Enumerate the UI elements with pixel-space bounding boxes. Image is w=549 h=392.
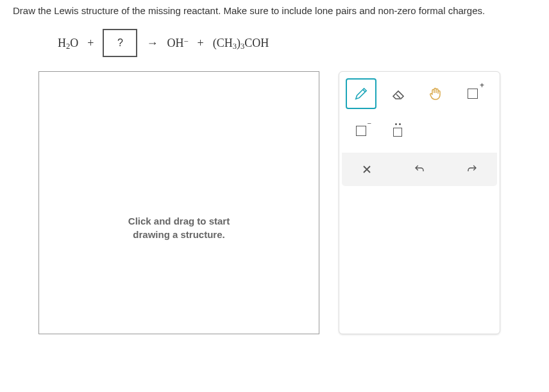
pencil-icon [354,87,368,101]
clear-button[interactable] [346,157,388,182]
main-area: Click and drag to start drawing a struct… [38,71,536,334]
redo-button[interactable] [451,157,493,182]
hand-icon [428,86,443,101]
tool-row-1 [346,78,493,109]
undo-button[interactable] [398,157,441,182]
formula-sub: 3 [241,42,244,51]
reaction-arrow: → [146,37,158,50]
canvas-hint-line: drawing a structure. [39,228,319,241]
hand-tool[interactable] [420,78,451,109]
product-ch3-3coh: (CH 3 ) 3 COH [213,37,269,50]
reactant-h2o: H 2 O [58,37,78,50]
canvas-hint-line: Click and drag to start [39,214,319,228]
toolbar [339,71,500,334]
formula-part: OH [167,37,183,50]
unknown-reactant-box[interactable]: ? [103,29,137,57]
eraser-icon [391,86,406,101]
formula-part: (CH [213,37,233,50]
plus-sign: + [198,37,204,50]
tool-row-2 [346,115,493,146]
instruction-text: Draw the Lewis structure of the missing … [13,5,536,16]
lone-pair-icon [393,125,404,137]
charge-minus-icon [356,126,366,136]
charge-minus-tool[interactable] [346,115,376,146]
formula-part: COH [244,37,269,50]
formula-sub: 3 [233,42,237,51]
eraser-tool[interactable] [383,78,414,109]
tool-row-actions [342,153,497,186]
charge-plus-icon [468,89,478,99]
clear-icon [362,164,372,175]
formula-part: H [58,37,66,50]
formula-sup: − [183,37,188,47]
formula-part: O [70,37,78,50]
unknown-label: ? [117,37,123,49]
plus-sign: + [87,37,94,50]
canvas-hint: Click and drag to start drawing a struct… [39,214,319,241]
formula-sub: 2 [66,42,70,51]
redo-icon [466,164,478,175]
charge-plus-tool[interactable] [457,78,488,109]
pencil-tool[interactable] [346,78,376,109]
equation: H 2 O + ? → OH − + (CH 3 ) 3 COH [58,29,536,57]
undo-icon [414,164,425,175]
product-oh: OH − [167,37,188,50]
drawing-canvas[interactable]: Click and drag to start drawing a struct… [38,71,319,334]
lone-pair-tool[interactable] [383,115,414,146]
